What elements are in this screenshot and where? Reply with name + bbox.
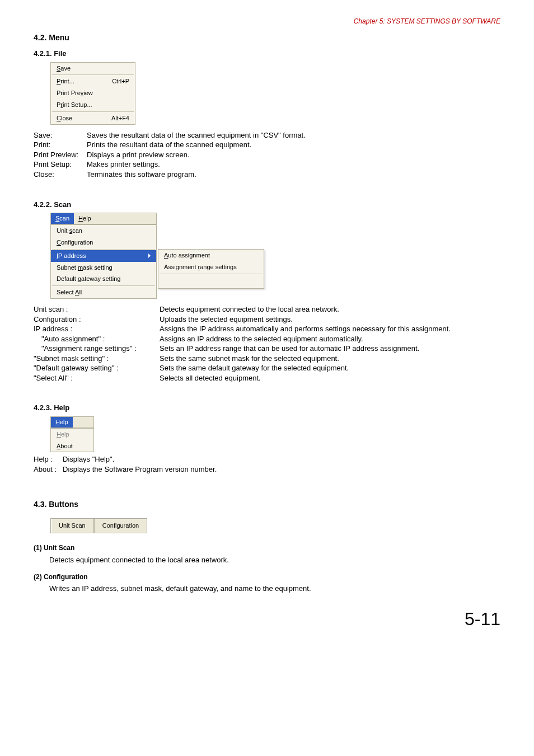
def-row: Save:Saves the resultant data of the sca… (34, 130, 500, 140)
menu-item-unit-scan: Unit scan (51, 225, 156, 237)
menu-item-close: Close Alt+F4 (51, 112, 135, 124)
def-row: Configuration :Uploads the selected equi… (34, 314, 500, 325)
shortcut-label: Alt+F4 (111, 114, 129, 123)
def-row: "Auto assignment" :Assigns an IP address… (34, 334, 500, 344)
scan-dropdown: Unit scan Configuration IP address Subne… (50, 224, 157, 299)
menu-item-configuration: Configuration (51, 237, 156, 248)
menu-item-subnet-mask: Subnet mask setting (51, 262, 156, 274)
def-row: IP address :Assigns the IP address autom… (34, 324, 500, 334)
heading-file: 4.2.1. File (34, 49, 500, 59)
menu-item-ip-address: IP address (51, 250, 156, 262)
menu-item-print: Print... Ctrl+P (51, 76, 135, 87)
scan-menu-screenshot: Scan Help Unit scan Configuration IP add… (50, 213, 500, 299)
menu-item-range-settings: Assignment range settings (158, 261, 264, 273)
page-number: 5-11 (34, 607, 500, 631)
def-row: Unit scan :Detects equipment connected t… (34, 304, 500, 314)
def-row: "Select All" :Selects all detected equip… (34, 373, 500, 383)
help-menu-screenshot: Help Help About (50, 416, 500, 453)
menu-item-help: Help (51, 429, 93, 440)
desc-unit-scan: Detects equipment connected to the local… (34, 555, 500, 565)
menu-item-about: About (51, 440, 93, 452)
menu-tab-help: Help (74, 213, 96, 224)
heading-help: 4.2.3. Help (34, 403, 500, 413)
chapter-header: Chapter 5: SYSTEM SETTINGS BY SOFTWARE (34, 17, 500, 26)
def-row: About :Displays the Software Program ver… (34, 464, 500, 475)
heading-scan: 4.2.2. Scan (34, 200, 500, 210)
unit-scan-button: Unit Scan (50, 518, 94, 533)
menu-item-auto-assignment: Auto assignment (158, 250, 264, 261)
submenu-arrow-icon (148, 253, 151, 258)
menu-item-print-preview: Print Preview (51, 87, 135, 99)
menu-item-print-setup: Print Setup... (51, 99, 135, 111)
menu-item-select-all: Select All (51, 287, 156, 298)
heading-menu: 4.2. Menu (34, 32, 500, 43)
desc-configuration: Writes an IP address, subnet mask, defau… (34, 584, 500, 594)
def-row: "Default gateway setting" :Sets the same… (34, 363, 500, 373)
def-row: "Subnet mask setting" :Sets the same sub… (34, 354, 500, 364)
configuration-button: Configuration (94, 518, 147, 533)
ip-address-submenu: Auto assignment Assignment range setting… (158, 249, 264, 289)
menu-item-default-gateway: Default gateway setting (51, 273, 156, 285)
heading-buttons: 4.3. Buttons (34, 499, 500, 510)
subhead-unit-scan: (1) Unit Scan (34, 543, 500, 552)
toolbar-screenshot: Unit Scan Configuration (50, 518, 147, 533)
def-row: Help :Displays "Help". (34, 454, 500, 464)
subhead-configuration: (2) Configuration (34, 572, 500, 581)
file-menu-screenshot: Save Print... Ctrl+P Print Preview Print… (50, 62, 135, 125)
shortcut-label: Ctrl+P (112, 77, 129, 86)
def-row: Close:Terminates this software program. (34, 170, 500, 180)
menu-bar: Scan Help (50, 213, 157, 224)
def-row: "Assignment range settings" :Sets an IP … (34, 344, 500, 354)
menu-tab-help: Help (51, 417, 73, 428)
help-dropdown: Help About (50, 428, 94, 453)
def-row: Print Setup:Makes printer settings. (34, 159, 500, 170)
def-row: Print:Prints the resultant data of the s… (34, 140, 500, 150)
menu-item-save: Save (51, 63, 135, 74)
def-row: Print Preview:Displays a print preview s… (34, 150, 500, 160)
menu-tab-scan: Scan (51, 213, 74, 224)
